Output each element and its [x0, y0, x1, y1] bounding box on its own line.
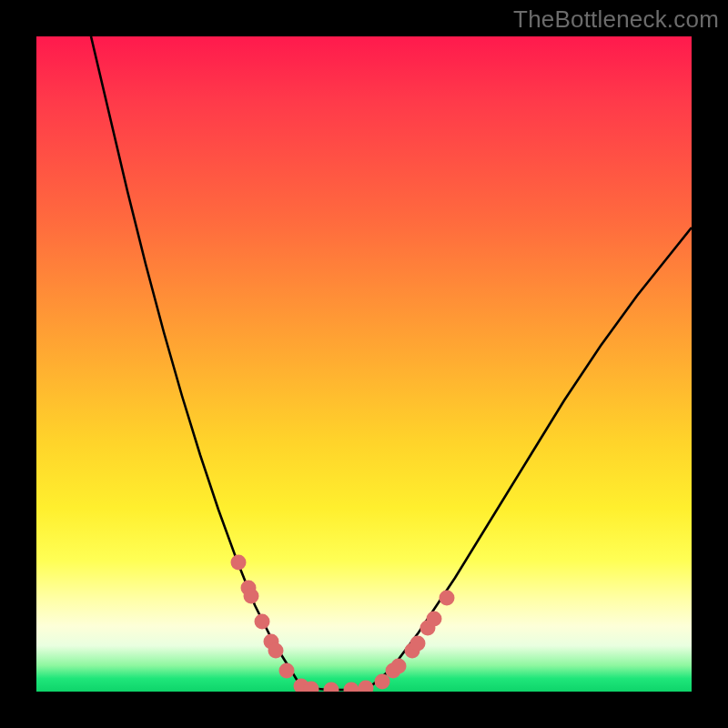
curve-marker: [268, 643, 284, 659]
plot-area: [36, 36, 692, 692]
curve-marker: [279, 663, 295, 679]
watermark-text: TheBottleneck.com: [513, 5, 719, 34]
curve-marker: [344, 682, 359, 693]
curve-marker: [410, 636, 426, 652]
curve-marker: [359, 681, 374, 693]
curve-marker: [427, 612, 442, 627]
outer-frame: TheBottleneck.com: [0, 0, 728, 728]
curve-marker: [440, 591, 455, 606]
curve-marker: [324, 682, 339, 693]
bottleneck-curve: [91, 36, 692, 690]
curve-marker: [255, 614, 270, 630]
curve-marker: [375, 674, 390, 690]
curve-svg: [36, 36, 692, 692]
curve-marker: [231, 555, 247, 571]
marker-group: [231, 555, 455, 693]
curve-marker: [391, 659, 407, 674]
curve-marker: [244, 589, 259, 604]
